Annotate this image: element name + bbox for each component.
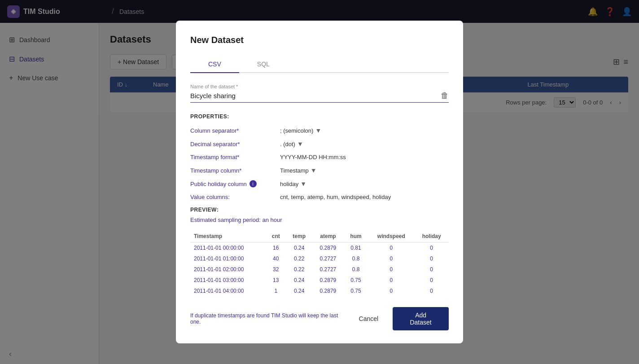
col-sep-select[interactable]: ; (semicolon) ▼ (280, 127, 321, 134)
table-cell: 0.2879 (312, 286, 344, 296)
table-cell: 0.75 (344, 286, 368, 296)
info-icon[interactable]: i (249, 180, 257, 187)
table-cell: 2011-01-01 00:00:00 (190, 243, 266, 254)
prop-label-dec-sep: Decimal separator* (190, 141, 280, 147)
prop-value-col-sep: ; (semicolon) ▼ (280, 127, 449, 134)
table-cell: 0.2727 (312, 264, 344, 275)
chevron-down-icon-2: ▼ (297, 140, 303, 147)
modal-footer: If duplicate timestamps are found TIM St… (190, 307, 449, 330)
holiday-select[interactable]: holiday ▼ (280, 180, 306, 187)
table-cell: 0 (368, 275, 414, 286)
table-cell: 0.75 (344, 275, 368, 286)
prop-decimal-separator: Decimal separator* . (dot) ▼ (190, 140, 449, 147)
prop-value-ts-col: Timestamp ▼ (280, 167, 449, 174)
table-cell: 0 (414, 264, 449, 275)
table-cell: 0.8 (344, 253, 368, 264)
add-dataset-button[interactable]: Add Dataset (393, 307, 449, 330)
prop-column-separator: Column separator* ; (semicolon) ▼ (190, 127, 449, 134)
sampling-value: an hour (262, 217, 282, 223)
table-cell: 0 (368, 286, 414, 296)
table-cell: 40 (266, 253, 286, 264)
table-cell: 0 (368, 253, 414, 264)
table-cell: 32 (266, 264, 286, 275)
table-cell: 0.24 (286, 275, 312, 286)
table-cell: 1 (266, 286, 286, 296)
th-timestamp: Timestamp (190, 230, 266, 243)
preview-table: Timestamp cnt temp atemp hum windspeed h… (190, 230, 449, 296)
table-cell: 13 (266, 275, 286, 286)
table-cell: 0 (368, 243, 414, 254)
prop-timestamp-format: Timestamp format* YYYY-MM-DD HH:mm:ss (190, 154, 449, 160)
th-cnt: cnt (266, 230, 286, 243)
table-cell: 0.24 (286, 286, 312, 296)
tab-csv[interactable]: CSV (190, 56, 239, 73)
prop-label-holiday: Public holiday column i (190, 180, 280, 187)
table-cell: 0.22 (286, 253, 312, 264)
modal-overlay: New Dataset CSV SQL Name of the dataset … (0, 0, 639, 364)
new-dataset-modal: New Dataset CSV SQL Name of the dataset … (176, 21, 463, 343)
properties-section-title: PROPERTIES: (190, 113, 449, 120)
th-windspeed: windspeed (368, 230, 414, 243)
preview-section-title: PREVIEW: (190, 207, 449, 213)
prop-timestamp-column: Timestamp column* Timestamp ▼ (190, 167, 449, 174)
th-temp: temp (286, 230, 312, 243)
ts-col-select[interactable]: Timestamp ▼ (280, 167, 317, 174)
modal-tabs: CSV SQL (190, 56, 449, 73)
table-cell: 0.22 (286, 264, 312, 275)
prop-value-dec-sep: . (dot) ▼ (280, 140, 449, 147)
name-field-label: Name of the dataset * (190, 84, 449, 89)
table-cell: 2011-01-01 02:00:00 (190, 264, 266, 275)
chevron-down-icon: ▼ (315, 127, 321, 134)
sampling-period: Estimated sampling period: an hour (190, 217, 449, 223)
table-cell: 0 (368, 264, 414, 275)
table-cell: 0.2879 (312, 275, 344, 286)
th-holiday: holiday (414, 230, 449, 243)
table-cell: 16 (266, 243, 286, 254)
th-atemp: atemp (312, 230, 344, 243)
name-field-group: Name of the dataset * 🗑 (190, 84, 449, 103)
delete-name-icon[interactable]: 🗑 (441, 91, 449, 100)
table-cell: 0.2727 (312, 253, 344, 264)
prop-label-ts-col: Timestamp column* (190, 167, 280, 174)
dataset-name-input[interactable] (190, 92, 441, 100)
prop-label-col-sep: Column separator* (190, 127, 280, 134)
table-cell: 2011-01-01 03:00:00 (190, 275, 266, 286)
prop-label-ts-format: Timestamp format* (190, 154, 280, 160)
chevron-down-icon-3: ▼ (311, 167, 317, 174)
table-cell: 0.8 (344, 264, 368, 275)
table-row: 2011-01-01 04:00:0010.240.28790.7500 (190, 286, 449, 296)
prop-value-ts-format: YYYY-MM-DD HH:mm:ss (280, 154, 449, 160)
prop-value-val-cols: cnt, temp, atemp, hum, windspeed, holida… (280, 194, 449, 200)
table-row: 2011-01-01 00:00:00160.240.28790.8100 (190, 243, 449, 254)
footer-buttons: Cancel Add Dataset (350, 307, 449, 330)
prop-value-columns: Value columns: cnt, temp, atemp, hum, wi… (190, 194, 449, 200)
table-row: 2011-01-01 03:00:00130.240.28790.7500 (190, 275, 449, 286)
modal-title: New Dataset (190, 35, 449, 45)
table-cell: 0.24 (286, 243, 312, 254)
table-cell: 0.81 (344, 243, 368, 254)
table-cell: 0 (414, 253, 449, 264)
prop-public-holiday: Public holiday column i holiday ▼ (190, 180, 449, 187)
table-cell: 0.2879 (312, 243, 344, 254)
th-hum: hum (344, 230, 368, 243)
dec-sep-select[interactable]: . (dot) ▼ (280, 140, 303, 147)
cancel-button[interactable]: Cancel (350, 307, 388, 330)
chevron-down-icon-4: ▼ (300, 180, 306, 187)
table-row: 2011-01-01 02:00:00320.220.27270.800 (190, 264, 449, 275)
table-cell: 2011-01-01 04:00:00 (190, 286, 266, 296)
table-cell: 0 (414, 286, 449, 296)
table-cell: 0 (414, 243, 449, 254)
table-cell: 0 (414, 275, 449, 286)
tab-sql[interactable]: SQL (239, 56, 288, 73)
footer-note: If duplicate timestamps are found TIM St… (190, 312, 350, 325)
table-row: 2011-01-01 01:00:00400.220.27270.800 (190, 253, 449, 264)
prop-value-holiday: holiday ▼ (280, 180, 449, 187)
name-field-row: 🗑 (190, 91, 449, 103)
prop-label-val-cols: Value columns: (190, 194, 280, 200)
table-cell: 2011-01-01 01:00:00 (190, 253, 266, 264)
